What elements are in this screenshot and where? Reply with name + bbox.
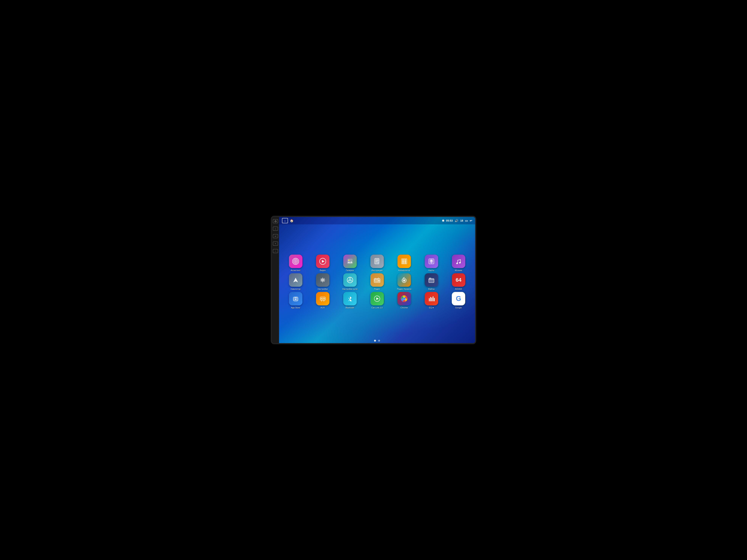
svg-rect-39: [429, 278, 434, 283]
app-aux[interactable]: AUXAUX: [310, 292, 335, 309]
app-google[interactable]: GGoogle: [446, 292, 471, 309]
app-label-calculator: Калькулятор: [398, 269, 410, 271]
svg-point-7: [348, 260, 350, 261]
svg-line-30: [348, 281, 349, 281]
svg-point-3: [295, 261, 296, 262]
vol-down-button[interactable]: −: [273, 249, 278, 253]
house-icon[interactable]: 🏠: [290, 219, 293, 222]
app-icon-manual: [370, 255, 384, 268]
app-icon-calculator: [397, 255, 411, 268]
app-icon-maps: [425, 255, 438, 268]
app-gallery[interactable]: Галерея: [337, 255, 363, 271]
svg-rect-17: [405, 261, 406, 262]
app-label-aux: AUX: [321, 306, 325, 309]
app-icon-music: [452, 255, 465, 268]
app-icon-files: [425, 273, 438, 287]
app-icon-eq: [425, 292, 438, 305]
app-music[interactable]: Музыка: [446, 255, 471, 271]
app-carlink[interactable]: Car Link 2.0: [364, 292, 390, 309]
svg-rect-52: [431, 297, 432, 301]
svg-rect-19: [405, 263, 406, 263]
svg-marker-5: [322, 260, 325, 263]
speaker-icon: 🔊: [455, 219, 458, 222]
back-button[interactable]: ↩: [273, 234, 278, 238]
svg-rect-40: [429, 277, 431, 279]
app-label-radio: Радио: [374, 288, 380, 290]
app-icon-google: G: [452, 292, 465, 305]
app-icon-wheel: [343, 273, 357, 287]
app-radio-ua[interactable]: Радио Украина: [391, 273, 417, 290]
svg-rect-33: [375, 279, 378, 281]
app-maps[interactable]: Карты: [418, 255, 444, 271]
app-settings[interactable]: Настройки: [310, 273, 335, 290]
app-label-radio-ua: Радио Украина: [397, 288, 411, 290]
app-icon-radio-ua: [397, 273, 411, 287]
app-icon-radio: [370, 273, 384, 287]
app-manual[interactable]: Инструкция: [364, 255, 390, 271]
side-buttons: ⏻ ⌂ ↩ + −: [272, 217, 279, 343]
svg-point-38: [403, 279, 405, 281]
app-label-manual: Инструкция: [371, 269, 383, 271]
svg-rect-14: [402, 260, 404, 260]
app-icon-carlink: [370, 292, 384, 305]
apps-grid: АссистентВидеоГалереяИнструкцияКалькулят…: [283, 255, 471, 309]
app-label-navigator: Навигатор: [290, 288, 301, 290]
app-label-video: Видео: [320, 269, 326, 271]
vol-up-button[interactable]: +: [273, 242, 278, 246]
svg-line-31: [351, 281, 352, 281]
svg-point-26: [322, 279, 324, 281]
app-label-bluetooth: Bluetooth: [345, 306, 354, 309]
svg-rect-51: [430, 297, 431, 301]
svg-rect-18: [402, 263, 404, 263]
volume-level: 18: [460, 219, 463, 222]
dot-1[interactable]: [374, 340, 376, 342]
app-eq[interactable]: EQ ●: [418, 292, 444, 309]
app-video[interactable]: Видео: [310, 255, 335, 271]
home-button[interactable]: ⌂: [273, 226, 278, 231]
app-icon-bluetooth: [343, 292, 357, 305]
app-icon-gallery: [343, 255, 357, 268]
svg-point-21: [431, 260, 432, 262]
app-label-google: Google: [455, 306, 462, 309]
svg-rect-12: [377, 261, 380, 264]
app-wheel[interactable]: Настройки руля: [337, 273, 363, 290]
home-icon[interactable]: ⌂: [282, 218, 288, 223]
app-label-wheel: Настройки руля: [342, 288, 357, 290]
window-icon: ▭: [465, 219, 468, 222]
app-label-eq: EQ ●: [429, 306, 434, 309]
app-navigator[interactable]: Навигатор: [283, 273, 308, 290]
svg-rect-54: [434, 298, 435, 301]
svg-point-49: [403, 297, 406, 300]
app-label-maps: Карты: [429, 269, 434, 271]
app-radio[interactable]: Радио: [364, 273, 390, 290]
status-right: ✱ 05:53 🔊 18 ▭ ↩: [442, 219, 472, 222]
svg-point-23: [459, 262, 461, 263]
power-button[interactable]: ⏻: [273, 219, 278, 223]
app-label-files: Файлы: [428, 288, 435, 290]
app-chrome[interactable]: Chrome: [391, 292, 417, 309]
svg-point-34: [378, 280, 380, 282]
app-label-assistant: Ассистент: [291, 269, 301, 271]
app-appstore[interactable]: App Store: [283, 292, 308, 309]
app-label-chrome: Chrome: [401, 306, 408, 309]
app-icon-video: [316, 255, 329, 268]
app-label-music: Музыка: [455, 269, 462, 271]
app-calculator[interactable]: Калькулятор: [391, 255, 417, 271]
clock: 05:53: [446, 219, 453, 222]
app-label-settings: Настройки: [318, 288, 328, 290]
app-assistant[interactable]: Ассистент: [283, 255, 308, 271]
app-bluetooth[interactable]: Bluetooth: [337, 292, 363, 309]
app-icon-assistant: [289, 255, 302, 268]
car-head-unit: ⏻ ⌂ ↩ + − ⌂ 🏠 ✱ 05:53 🔊 18 ▭ ↩: [271, 216, 476, 344]
svg-marker-45: [376, 297, 379, 300]
status-left: ⌂ 🏠: [282, 218, 293, 223]
svg-rect-6: [347, 259, 353, 264]
app-aida64[interactable]: 64AIDA64: [446, 273, 471, 290]
back-nav-icon[interactable]: ↩: [470, 219, 472, 222]
dot-2[interactable]: [378, 340, 380, 342]
app-icon-aux: AUX: [316, 292, 329, 305]
svg-marker-24: [293, 277, 298, 282]
svg-rect-50: [429, 298, 430, 301]
app-icon-navigator: [289, 273, 302, 287]
app-files[interactable]: Файлы: [418, 273, 444, 290]
